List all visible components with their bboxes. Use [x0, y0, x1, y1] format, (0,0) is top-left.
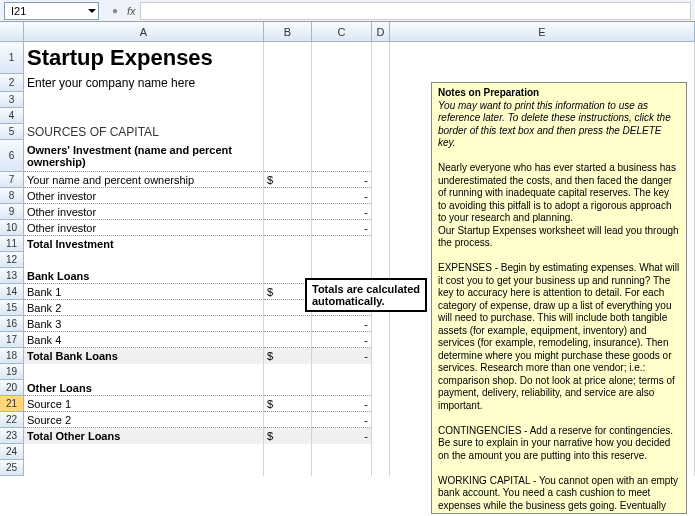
cell[interactable] — [372, 380, 390, 396]
cell[interactable] — [264, 140, 312, 172]
cell[interactable] — [264, 316, 312, 332]
cell[interactable] — [24, 108, 264, 124]
cell[interactable] — [264, 204, 312, 220]
cell[interactable] — [372, 140, 390, 172]
cell[interactable]: - — [312, 188, 372, 204]
cell[interactable] — [312, 74, 372, 92]
row-header[interactable]: 17 — [0, 332, 24, 348]
name-box[interactable]: I21 — [4, 2, 99, 20]
row-header[interactable]: 21 — [0, 396, 24, 412]
cell[interactable] — [264, 92, 312, 108]
row-header[interactable]: 23 — [0, 428, 24, 444]
cell[interactable] — [264, 124, 312, 140]
cell[interactable]: - — [312, 412, 372, 428]
cell[interactable] — [372, 428, 390, 444]
row-header[interactable]: 5 — [0, 124, 24, 140]
cell[interactable]: Other Loans — [24, 380, 264, 396]
cell[interactable]: Bank 2 — [24, 300, 264, 316]
cell[interactable] — [372, 460, 390, 476]
cell[interactable] — [264, 412, 312, 428]
row-header[interactable]: 25 — [0, 460, 24, 476]
cell[interactable]: Your name and percent ownership — [24, 172, 264, 188]
row-header[interactable]: 15 — [0, 300, 24, 316]
cell[interactable] — [24, 364, 264, 380]
fx-icon[interactable]: fx — [127, 5, 136, 17]
cell[interactable] — [372, 124, 390, 140]
cell[interactable] — [372, 188, 390, 204]
cell[interactable] — [24, 444, 264, 460]
cell[interactable]: Bank 1 — [24, 284, 264, 300]
cell[interactable]: - — [312, 332, 372, 348]
cell[interactable] — [372, 204, 390, 220]
cell[interactable] — [390, 42, 695, 74]
row-header[interactable]: 2 — [0, 74, 24, 92]
cell[interactable]: Total Bank Loans — [24, 348, 264, 364]
chevron-down-icon[interactable] — [88, 9, 96, 13]
col-header-e[interactable]: E — [390, 22, 695, 42]
cell[interactable] — [24, 92, 264, 108]
cell[interactable] — [372, 396, 390, 412]
cell[interactable] — [312, 108, 372, 124]
col-header-a[interactable]: A — [24, 22, 264, 42]
cell[interactable] — [264, 108, 312, 124]
row-header[interactable]: 19 — [0, 364, 24, 380]
col-header-b[interactable]: B — [264, 22, 312, 42]
cell[interactable] — [24, 460, 264, 476]
cell[interactable] — [312, 140, 372, 172]
cell[interactable]: Enter your company name here — [24, 74, 264, 92]
cell[interactable] — [372, 172, 390, 188]
cell[interactable] — [372, 252, 390, 268]
select-all-corner[interactable] — [0, 22, 24, 42]
cell[interactable] — [264, 188, 312, 204]
row-header[interactable]: 4 — [0, 108, 24, 124]
row-header[interactable]: 1 — [0, 42, 24, 74]
cell[interactable]: Total Other Loans — [24, 428, 264, 444]
cell[interactable]: Other investor — [24, 220, 264, 236]
cell[interactable] — [264, 444, 312, 460]
cell[interactable]: - — [312, 428, 372, 444]
row-header[interactable]: 3 — [0, 92, 24, 108]
cell[interactable]: - — [312, 172, 372, 188]
row-header[interactable]: 6 — [0, 140, 24, 172]
cell[interactable] — [264, 236, 312, 252]
cell[interactable] — [372, 412, 390, 428]
cell[interactable] — [372, 444, 390, 460]
cell[interactable] — [372, 364, 390, 380]
cell[interactable] — [264, 332, 312, 348]
row-header[interactable]: 8 — [0, 188, 24, 204]
cell[interactable]: $ — [264, 396, 312, 412]
cell[interactable] — [264, 460, 312, 476]
col-header-c[interactable]: C — [312, 22, 372, 42]
row-header[interactable]: 16 — [0, 316, 24, 332]
cell[interactable]: Total Investment — [24, 236, 264, 252]
cell[interactable] — [372, 74, 390, 92]
cell[interactable]: - — [312, 316, 372, 332]
row-header[interactable]: 13 — [0, 268, 24, 284]
cell[interactable] — [372, 92, 390, 108]
cell[interactable] — [24, 252, 264, 268]
cell[interactable] — [264, 220, 312, 236]
cell[interactable]: Source 1 — [24, 396, 264, 412]
cell[interactable] — [312, 92, 372, 108]
row-header[interactable]: 14 — [0, 284, 24, 300]
cell[interactable] — [312, 364, 372, 380]
cell[interactable]: Owners' Investment (name and percent own… — [24, 140, 264, 172]
cell[interactable] — [264, 74, 312, 92]
cell[interactable]: - — [312, 348, 372, 364]
cell[interactable] — [372, 332, 390, 348]
cell[interactable]: - — [312, 220, 372, 236]
cell[interactable] — [264, 252, 312, 268]
cell[interactable]: - — [312, 204, 372, 220]
cell[interactable] — [312, 124, 372, 140]
row-header[interactable]: 7 — [0, 172, 24, 188]
cell[interactable] — [312, 444, 372, 460]
cell[interactable] — [372, 236, 390, 252]
cell[interactable] — [264, 380, 312, 396]
row-header[interactable]: 20 — [0, 380, 24, 396]
cell[interactable]: $ — [264, 348, 312, 364]
cell[interactable]: Bank Loans — [24, 268, 264, 284]
cell[interactable] — [312, 460, 372, 476]
formula-input[interactable] — [140, 2, 691, 20]
row-header[interactable]: 22 — [0, 412, 24, 428]
col-header-d[interactable]: D — [372, 22, 390, 42]
